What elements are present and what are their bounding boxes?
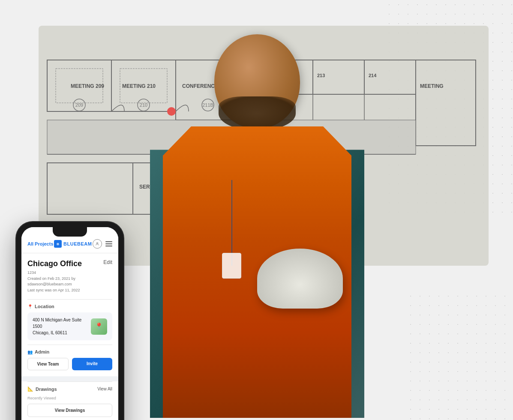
header-icons (93, 239, 112, 249)
location-section-title: 📍 Location (27, 304, 112, 309)
phone-device: All Projects B BLUEBEAM (16, 222, 123, 420)
address-line2: Chicago, IL 60611 (33, 330, 91, 336)
drawings-icon: 📐 (27, 386, 33, 392)
edit-link[interactable]: Edit (103, 259, 112, 265)
invite-button[interactable]: Invite (72, 358, 112, 370)
logo-icon: B (54, 240, 62, 248)
project-created: Created on Feb 23, 2021 by sdawson@blueb… (27, 276, 112, 288)
project-id: 1234 (27, 270, 112, 276)
logo-text: BLUEBEAM (63, 241, 92, 246)
map-thumbnail[interactable]: 📍 (91, 318, 107, 335)
worker-hardhat (257, 249, 343, 309)
admin-label: Admin (35, 349, 49, 354)
address-line1: 400 N Michigan Ave Suite 1500 (33, 317, 91, 330)
location-label: Location (35, 304, 54, 309)
app-logo: B BLUEBEAM (54, 240, 92, 248)
menu-icon[interactable] (105, 241, 112, 246)
menu-line-1 (105, 241, 112, 242)
admin-section: 👥 Admin View Team Invite (27, 349, 112, 370)
all-projects-link[interactable]: All Projects (27, 241, 54, 246)
app-body: Chicago Office Edit 1234 Created on Feb … (21, 253, 118, 376)
worker-photo (129, 0, 513, 420)
admin-icon: 👥 (27, 350, 33, 354)
project-header: Chicago Office Edit (27, 259, 112, 268)
drawings-title: 📐 Drawings (27, 386, 57, 392)
location-icon: 📍 (27, 304, 33, 309)
project-sync: Last sync was on Apr 11, 2022 (27, 288, 112, 294)
phone-notch (53, 227, 87, 237)
worker-figure (129, 0, 513, 420)
drawings-label: Drawings (36, 387, 57, 392)
view-all-link[interactable]: View All (97, 387, 112, 391)
worker-badge-card (222, 253, 241, 279)
view-drawings-button[interactable]: View Drawings (27, 404, 112, 417)
main-container: MEETING 209 MEETING 210 CONFERENCE 211 2… (0, 0, 513, 420)
user-icon[interactable] (93, 239, 102, 249)
divider-2 (27, 345, 112, 345)
project-title: Chicago Office (27, 259, 82, 268)
view-team-button[interactable]: View Team (27, 358, 69, 370)
project-meta: 1234 Created on Feb 23, 2021 by sdawson@… (27, 270, 112, 293)
svg-point-37 (96, 243, 98, 244)
admin-section-title: 👥 Admin (27, 349, 112, 354)
location-card[interactable]: 400 N Michigan Ave Suite 1500 Chicago, I… (27, 312, 112, 340)
location-text: 400 N Michigan Ave Suite 1500 Chicago, I… (33, 317, 91, 336)
svg-text:209: 209 (75, 102, 83, 108)
drawings-section: 📐 Drawings View All Recently Viewed View… (21, 381, 118, 420)
menu-line-3 (105, 246, 112, 246)
divider-1 (27, 299, 112, 300)
svg-text:MEETING 209: MEETING 209 (71, 83, 104, 89)
phone-screen: All Projects B BLUEBEAM (21, 227, 118, 420)
recently-viewed-label: Recently Viewed (27, 396, 112, 400)
drawings-header: 📐 Drawings View All (27, 381, 112, 396)
admin-button-row: View Team Invite (27, 358, 112, 370)
menu-line-2 (105, 243, 112, 244)
worker-beard (219, 96, 296, 131)
